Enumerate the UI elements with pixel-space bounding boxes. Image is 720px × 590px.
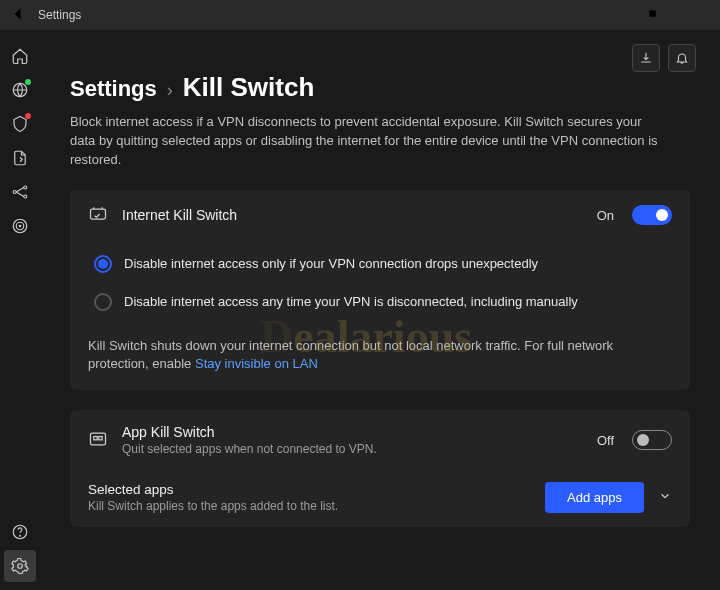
radio-indicator [94, 293, 112, 311]
stay-invisible-on-lan-link[interactable]: Stay invisible on LAN [195, 356, 318, 371]
bell-icon[interactable] [668, 44, 696, 72]
svg-rect-13 [94, 436, 97, 439]
nav-file-icon[interactable] [4, 142, 36, 174]
selected-apps-title: Selected apps [88, 482, 338, 497]
app-kill-switch-header: App Kill Switch Quit selected apps when … [70, 410, 690, 470]
app-kill-switch-state: Off [597, 433, 614, 448]
app-kill-switch-toggle[interactable] [632, 430, 672, 450]
breadcrumb-root[interactable]: Settings [70, 76, 157, 102]
selected-apps-row: Selected apps Kill Switch applies to the… [70, 470, 690, 527]
nav-help-icon[interactable] [4, 516, 36, 548]
add-apps-button[interactable]: Add apps [545, 482, 644, 513]
selected-apps-subtitle: Kill Switch applies to the apps added to… [88, 499, 338, 513]
svg-point-10 [18, 564, 23, 569]
svg-point-4 [24, 195, 27, 198]
close-button[interactable] [672, 8, 712, 23]
svg-point-5 [13, 219, 27, 233]
nav-target-icon[interactable] [4, 210, 36, 242]
main: Settings › Kill Switch Block internet ac… [0, 30, 720, 590]
internet-kill-switch-title: Internet Kill Switch [122, 207, 237, 223]
sidebar [0, 30, 40, 590]
back-button[interactable] [8, 4, 28, 27]
svg-rect-12 [91, 433, 106, 445]
nav-settings-icon[interactable] [4, 550, 36, 582]
download-icon[interactable] [632, 44, 660, 72]
app-kill-switch-card: App Kill Switch Quit selected apps when … [70, 410, 690, 527]
page-description: Block internet access if a VPN disconnec… [70, 113, 670, 170]
radio-indicator [94, 255, 112, 273]
nav-vpn-icon[interactable] [4, 74, 36, 106]
radio-label: Disable internet access only if your VPN… [124, 256, 538, 271]
titlebar: Settings [0, 0, 720, 30]
svg-point-3 [24, 186, 27, 189]
svg-rect-14 [99, 436, 102, 439]
nav-mesh-icon[interactable] [4, 176, 36, 208]
maximize-button[interactable] [632, 8, 672, 22]
app-kill-switch-icon [88, 429, 108, 452]
nav-home-icon[interactable] [4, 40, 36, 72]
radio-option-any-disconnect[interactable]: Disable internet access any time your VP… [88, 283, 672, 321]
page-title: Kill Switch [183, 72, 314, 103]
breadcrumb: Settings › Kill Switch [70, 72, 690, 103]
radio-label: Disable internet access any time your VP… [124, 294, 578, 309]
kill-switch-mode-radio-group: Disable internet access only if your VPN… [70, 241, 690, 331]
internet-kill-switch-state: On [597, 208, 614, 223]
kill-switch-icon [88, 204, 108, 227]
window-title: Settings [38, 8, 81, 22]
internet-kill-switch-toggle[interactable] [632, 205, 672, 225]
svg-rect-11 [91, 209, 106, 219]
internet-kill-switch-card: Internet Kill Switch On Disable internet… [70, 190, 690, 391]
svg-point-2 [13, 191, 16, 194]
internet-kill-switch-note: Kill Switch shuts down your internet con… [70, 331, 690, 391]
svg-rect-0 [649, 10, 655, 16]
internet-kill-switch-header: Internet Kill Switch On [70, 190, 690, 241]
content: Settings › Kill Switch Block internet ac… [40, 30, 720, 590]
app-kill-switch-title: App Kill Switch [122, 424, 377, 440]
breadcrumb-separator: › [167, 80, 173, 101]
svg-point-9 [20, 535, 21, 536]
radio-option-unexpected-drop[interactable]: Disable internet access only if your VPN… [88, 245, 672, 283]
svg-point-7 [19, 225, 21, 227]
expand-selected-apps-icon[interactable] [658, 489, 672, 506]
svg-point-6 [16, 222, 24, 230]
top-actions [632, 44, 696, 72]
minimize-button[interactable] [592, 8, 632, 23]
app-kill-switch-subtitle: Quit selected apps when not connected to… [122, 442, 377, 456]
nav-threat-protection-icon[interactable] [4, 108, 36, 140]
